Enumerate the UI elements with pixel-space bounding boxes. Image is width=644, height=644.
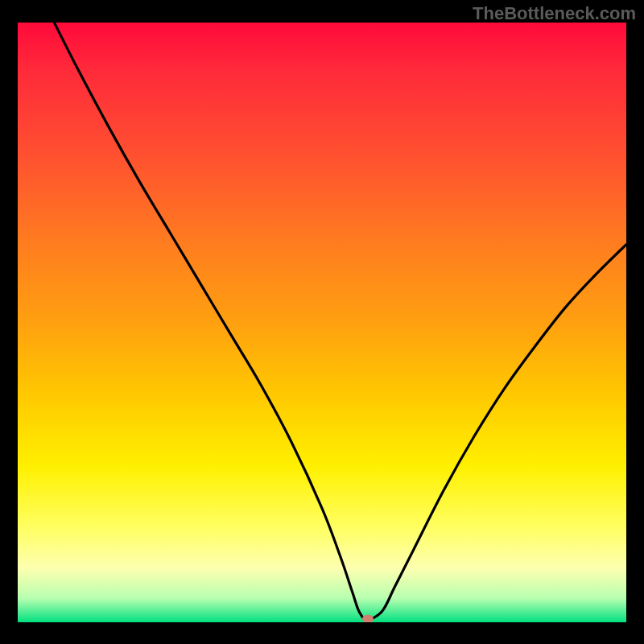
bottleneck-curve	[54, 23, 626, 621]
chart-container: TheBottleneck.com	[0, 0, 644, 644]
plot-area	[18, 23, 626, 622]
curve-svg	[18, 23, 626, 622]
watermark-text: TheBottleneck.com	[473, 3, 636, 24]
optimal-point-marker	[362, 615, 374, 622]
